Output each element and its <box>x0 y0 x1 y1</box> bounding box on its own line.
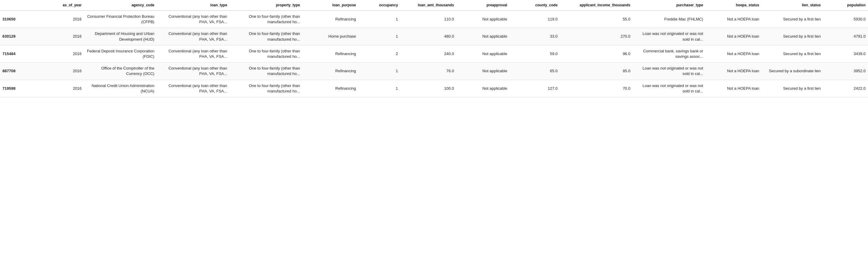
cell-lien: Secured by a first lien <box>762 45 823 62</box>
cell-county: 33.0 <box>509 28 560 45</box>
cell-loanType: Conventional (any loan other than FHA, V… <box>157 28 230 45</box>
cell-occ: 1 <box>359 10 401 28</box>
table-row: 6301292016Department of Housing and Urba… <box>0 28 868 45</box>
cell-purch: Loan was not originated or was not sold … <box>633 63 706 80</box>
col-header-purch: purchaser_type <box>633 0 706 10</box>
cell-propType: One to four-family (other than manufactu… <box>230 45 303 62</box>
table-row: 8877082016Office of the Comptroller of t… <box>0 63 868 80</box>
cell-purch: Loan was not originated or was not sold … <box>633 28 706 45</box>
col-header-occ: occupancy <box>359 0 401 10</box>
cell-purch: Loan was not originated or was not sold … <box>633 80 706 97</box>
cell-income: 55.0 <box>560 10 633 28</box>
cell-propType: One to four-family (other than manufactu… <box>230 80 303 97</box>
table-row: 7154842016Federal Deposit Insurance Corp… <box>0 45 868 62</box>
cell-occ: 1 <box>359 80 401 97</box>
cell-agency: Consumer Financial Protection Bureau (CF… <box>84 10 157 28</box>
cell-pop: 4791.0 <box>823 28 868 45</box>
col-header-preapp: preapproval <box>456 0 509 10</box>
cell-preapp: Not applicable <box>456 10 509 28</box>
cell-preapp: Not applicable <box>456 63 509 80</box>
cell-hoepa: Not a HOEPA loan <box>706 80 762 97</box>
cell-purpose: Refinancing <box>303 10 359 28</box>
table-row: 3106502016Consumer Financial Protection … <box>0 10 868 28</box>
cell-preapp: Not applicable <box>456 45 509 62</box>
col-header-proptype: property_type <box>230 0 303 10</box>
cell-purpose: Refinancing <box>303 80 359 97</box>
cell-pop: 3439.0 <box>823 45 868 62</box>
cell-year: 2016 <box>45 10 84 28</box>
cell-id: 630129 <box>0 28 45 45</box>
cell-purpose: Refinancing <box>303 45 359 62</box>
col-header-amt: loan_amt_thousands <box>400 0 456 10</box>
cell-propType: One to four-family (other than manufactu… <box>230 63 303 80</box>
cell-pop: 3952.0 <box>823 63 868 80</box>
cell-lien: Secured by a first lien <box>762 10 823 28</box>
cell-loanType: Conventional (any loan other than FHA, V… <box>157 45 230 62</box>
cell-year: 2016 <box>45 63 84 80</box>
cell-year: 2016 <box>45 80 84 97</box>
col-header-county: county_code <box>509 0 560 10</box>
cell-amt: 240.0 <box>400 45 456 62</box>
col-header-purpose: loan_purpose <box>303 0 359 10</box>
cell-loanType: Conventional (any loan other than FHA, V… <box>157 63 230 80</box>
col-header-loantype: loan_type <box>157 0 230 10</box>
col-header-agency: agency_code <box>84 0 157 10</box>
col-header-income: applicant_income_thousands <box>560 0 633 10</box>
col-header-id <box>0 0 45 10</box>
cell-purpose: Home purchase <box>303 28 359 45</box>
cell-hoepa: Not a HOEPA loan <box>706 28 762 45</box>
cell-occ: 2 <box>359 45 401 62</box>
cell-id: 715484 <box>0 45 45 62</box>
cell-amt: 110.0 <box>400 10 456 28</box>
cell-occ: 1 <box>359 28 401 45</box>
data-table: as_of_year agency_code loan_type propert… <box>0 0 868 97</box>
col-header-year: as_of_year <box>45 0 84 10</box>
cell-lien: Secured by a subordinate lien <box>762 63 823 80</box>
col-header-pop: population <box>823 0 868 10</box>
cell-lien: Secured by a first lien <box>762 80 823 97</box>
cell-propType: One to four-family (other than manufactu… <box>230 28 303 45</box>
cell-income: 70.0 <box>560 80 633 97</box>
cell-purch: Freddie Mac (FHLMC) <box>633 10 706 28</box>
cell-amt: 100.0 <box>400 80 456 97</box>
cell-purpose: Refinancing <box>303 63 359 80</box>
cell-agency: Office of the Comptroller of the Currenc… <box>84 63 157 80</box>
cell-hoepa: Not a HOEPA loan <box>706 63 762 80</box>
cell-agency: National Credit Union Administration (NC… <box>84 80 157 97</box>
col-header-lien: lien_status <box>762 0 823 10</box>
cell-income: 85.0 <box>560 63 633 80</box>
cell-purch: Commercial bank, savings bank or savings… <box>633 45 706 62</box>
cell-county: 59.0 <box>509 45 560 62</box>
cell-hoepa: Not a HOEPA loan <box>706 10 762 28</box>
cell-county: 65.0 <box>509 63 560 80</box>
cell-loanType: Conventional (any loan other than FHA, V… <box>157 80 230 97</box>
cell-lien: Secured by a first lien <box>762 28 823 45</box>
cell-occ: 1 <box>359 63 401 80</box>
cell-amt: 480.0 <box>400 28 456 45</box>
cell-amt: 76.0 <box>400 63 456 80</box>
cell-pop: 2422.0 <box>823 80 868 97</box>
cell-preapp: Not applicable <box>456 80 509 97</box>
cell-pop: 5930.0 <box>823 10 868 28</box>
cell-id: 887708 <box>0 63 45 80</box>
cell-year: 2016 <box>45 45 84 62</box>
cell-county: 119.0 <box>509 10 560 28</box>
cell-agency: Federal Deposit Insurance Corporation (F… <box>84 45 157 62</box>
cell-year: 2016 <box>45 28 84 45</box>
cell-preapp: Not applicable <box>456 28 509 45</box>
cell-loanType: Conventional (any loan other than FHA, V… <box>157 10 230 28</box>
col-header-hoepa: hoepa_status <box>706 0 762 10</box>
cell-agency: Department of Housing and Urban Developm… <box>84 28 157 45</box>
cell-propType: One to four-family (other than manufactu… <box>230 10 303 28</box>
cell-id: 310650 <box>0 10 45 28</box>
cell-county: 127.0 <box>509 80 560 97</box>
cell-income: 270.0 <box>560 28 633 45</box>
cell-id: 719598 <box>0 80 45 97</box>
table-header-row: as_of_year agency_code loan_type propert… <box>0 0 868 10</box>
cell-income: 96.0 <box>560 45 633 62</box>
table-row: 7195982016National Credit Union Administ… <box>0 80 868 97</box>
cell-hoepa: Not a HOEPA loan <box>706 45 762 62</box>
